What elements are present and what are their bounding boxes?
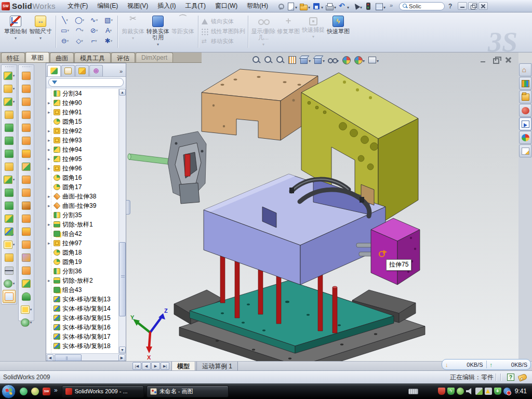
restore-button[interactable]	[468, 2, 477, 10]
dropdown-arrow-icon[interactable]	[28, 34, 53, 42]
toolbar-button[interactable]: ▾	[19, 277, 34, 290]
dropdown-arrow-icon[interactable]	[321, 2, 323, 11]
tree-item[interactable]: 实体-移动/复制14	[46, 304, 119, 313]
scroll-left-button[interactable]	[47, 354, 54, 361]
tree-horizontal-scrollbar[interactable]	[46, 353, 126, 361]
sketch-tool-button[interactable]: ▧	[102, 16, 115, 25]
expand-arrow-icon[interactable]	[48, 203, 53, 208]
sketch-tool-button[interactable]: ◇	[73, 36, 86, 46]
sketch-tool-button[interactable]: ◠	[73, 26, 86, 36]
view-tool-button[interactable]	[287, 55, 297, 65]
view-tool-button[interactable]	[275, 55, 285, 65]
dropdown-arrow-icon[interactable]: ▾	[13, 178, 15, 182]
toolbar-button[interactable]	[350, 1, 363, 11]
toolbar-button[interactable]: ▾	[2, 225, 17, 238]
toolbar-button[interactable]: ▾	[19, 108, 34, 121]
tree-item[interactable]: 拉伸92	[46, 126, 119, 136]
ribbon-button[interactable]: 智能尺寸	[28, 15, 53, 42]
ribbon-button[interactable]: 转换实体引用	[145, 15, 170, 48]
toolbar-button[interactable]: ▾	[2, 186, 17, 199]
toolbar-button[interactable]: ▾	[19, 212, 34, 225]
menu-item[interactable]: 窗口(W)	[210, 0, 242, 12]
model-canvas[interactable]: Y Z X	[126, 52, 518, 361]
sketch-tool-button[interactable]: ╲	[59, 16, 71, 25]
tab-scroll-button[interactable]: ◀	[142, 362, 151, 370]
sketch-tool-button[interactable]: ▭	[59, 26, 71, 36]
manager-tab[interactable]	[61, 65, 75, 76]
tree-item[interactable]: 分割34	[46, 89, 119, 98]
ribbon-button[interactable]: 修复草图	[276, 15, 301, 48]
expand-arrow-icon[interactable]	[48, 138, 53, 143]
expand-arrow-icon[interactable]	[48, 241, 53, 246]
toolbar-button[interactable]: ▾	[2, 147, 17, 160]
command-tab[interactable]: 曲面	[50, 52, 74, 62]
task-pane-tab[interactable]	[519, 131, 531, 144]
clock[interactable]: 9:41	[515, 388, 527, 395]
tree-item[interactable]: 拉伸94	[46, 145, 119, 154]
toolbar-button[interactable]: ▾	[3, 290, 16, 303]
toolbar-button[interactable]: ▾	[19, 186, 34, 199]
tray-icon[interactable]	[447, 388, 455, 395]
ribbon-button[interactable]: 草图绘制	[3, 15, 28, 42]
help-button[interactable]: ?	[447, 3, 454, 10]
tab-scroll-button[interactable]: ▶	[151, 362, 160, 370]
tree-item[interactable]: 圆角17	[46, 182, 119, 192]
tree-item[interactable]: 圆角18	[46, 248, 119, 257]
sketch-tool-button[interactable]: A	[102, 26, 115, 36]
view-tool-button[interactable]	[313, 55, 325, 65]
ribbon-button[interactable]: 快速捕捉	[301, 15, 326, 48]
expand-arrow-icon[interactable]	[48, 222, 53, 227]
toolbar-button[interactable]: ▾	[2, 95, 17, 108]
tree-filter-input[interactable]	[48, 78, 124, 87]
toolbar-button[interactable]: ▾	[2, 134, 17, 147]
ribbon-button[interactable]: 剪裁实体	[121, 15, 145, 48]
task-pane-tab[interactable]	[519, 104, 531, 117]
toolbar-button[interactable]	[337, 1, 350, 11]
scroll-up-button[interactable]	[119, 89, 126, 96]
toolbar-button[interactable]: ▾	[19, 303, 34, 316]
dropdown-arrow-icon[interactable]	[363, 55, 365, 64]
toolbar-button[interactable]: ▾	[19, 290, 34, 303]
toolbar-button[interactable]: ▾	[2, 251, 17, 264]
command-tab[interactable]: DimXpert	[136, 52, 173, 62]
ribbon-button[interactable]: 移动实体	[201, 36, 245, 46]
close-button[interactable]	[478, 2, 488, 10]
menu-item[interactable]: 视图(V)	[123, 0, 153, 12]
toolbar-button[interactable]	[298, 1, 311, 11]
sketch-tool-button[interactable]: ✱	[102, 36, 115, 46]
dropdown-arrow-icon[interactable]: ▾	[30, 321, 32, 325]
tree-item[interactable]: 拉伸97	[46, 238, 119, 248]
toolbar-button[interactable]: ▾	[19, 199, 34, 212]
dropdown-arrow-icon[interactable]: ▾	[13, 74, 15, 78]
command-tab[interactable]: 特征	[1, 52, 25, 62]
toolbar-button[interactable]: ▾	[2, 212, 17, 225]
toolbar-button[interactable]: ▾	[19, 251, 34, 264]
tree-item[interactable]: 实体-移动/复制17	[46, 332, 119, 341]
expand-arrow-icon[interactable]	[48, 110, 53, 115]
ribbon-button[interactable]: 镜向实体	[201, 17, 245, 26]
dropdown-arrow-icon[interactable]	[347, 2, 349, 11]
ribbon-button[interactable]: 快速草图	[326, 15, 351, 48]
view-tool-button[interactable]	[341, 55, 351, 65]
doc-restore-button[interactable]	[491, 56, 501, 63]
dropdown-arrow-icon[interactable]	[121, 34, 145, 42]
dropdown-arrow-icon[interactable]: ▾	[13, 243, 15, 247]
manager-tab[interactable]	[89, 65, 103, 76]
task-pane-tab[interactable]	[519, 117, 531, 130]
toolbar-button[interactable]: ▾	[2, 108, 17, 121]
graphics-viewport[interactable]: Y Z X	[126, 52, 518, 361]
menu-item[interactable]: 文件(F)	[63, 0, 92, 12]
toolbar-button[interactable]: ▾	[2, 82, 17, 95]
toolbar-button[interactable]: ▾	[19, 264, 34, 277]
scroll-thumb[interactable]	[55, 354, 82, 361]
task-button[interactable]: SolidWorks 2009 - ...	[62, 385, 144, 397]
expand-arrow-icon[interactable]	[48, 278, 53, 283]
tree-item[interactable]: 实体-移动/复制13	[46, 295, 119, 304]
toolbar-button[interactable]	[285, 1, 298, 11]
dropdown-arrow-icon[interactable]	[251, 41, 276, 48]
dropdown-arrow-icon[interactable]: ▾	[13, 282, 15, 286]
ribbon-button[interactable]: 线性草图阵列	[201, 26, 245, 36]
scroll-down-button[interactable]	[119, 347, 126, 353]
expand-arrow-icon[interactable]	[48, 147, 53, 152]
toolbar-button[interactable]	[275, 1, 285, 11]
